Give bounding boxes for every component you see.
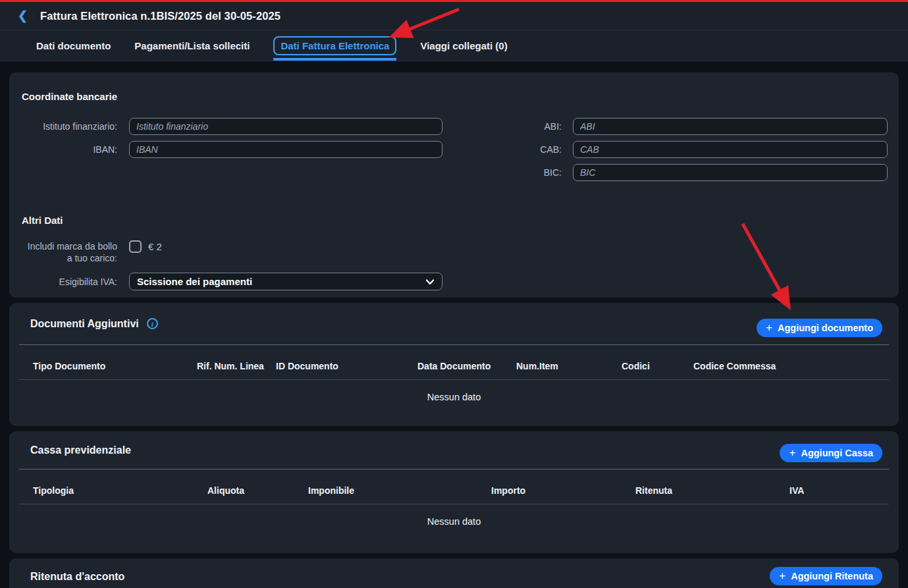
section-title-coordinate-bancarie: Coordinate bancarie	[22, 91, 888, 102]
documenti-table-header-row: Tipo Documento Rif. Num. Linea ID Docume…	[19, 345, 889, 379]
tab-viaggi-collegati[interactable]: Viaggi collegati (0)	[420, 30, 507, 61]
app-header: ❮ Fattura Elettronica n.1BIS/2025 del 30…	[0, 2, 908, 30]
tab-label: Pagamenti/Lista solleciti	[134, 40, 250, 51]
section-title-cassa-previdenziale: Cassa previdenziale	[30, 444, 131, 456]
field-row-esigibilita-iva: Esigibilita IVA: Scissione dei pagamenti	[22, 273, 888, 290]
bank-form-left-column: Istituto finanziario: IBAN:	[22, 118, 442, 187]
iban-input[interactable]	[129, 141, 442, 158]
column-header-num-item: Num.Item	[516, 361, 622, 371]
marca-da-bollo-label: Includi marca da bollo a tuo carico:	[22, 240, 117, 264]
column-header-tipo-documento: Tipo Documento	[33, 361, 197, 371]
info-icon[interactable]: i	[147, 318, 158, 329]
cab-label: CAB:	[522, 144, 562, 155]
bank-form-grid: Istituto finanziario: IBAN: ABI: CAB:	[22, 118, 888, 187]
column-header-iva: IVA	[789, 485, 889, 496]
field-row-marca-da-bollo: Includi marca da bollo a tuo carico: € 2	[22, 240, 888, 264]
column-header-rif-num-linea: Rif. Num. Linea	[197, 361, 276, 371]
add-cassa-button[interactable]: + Aggiungi Cassa	[780, 444, 882, 462]
tab-label: Dati Fattura Elettronica	[273, 36, 396, 55]
tab-bar: Dati documento Pagamenti/Lista solleciti…	[0, 30, 908, 61]
esigibilita-iva-select[interactable]: Scissione dei pagamenti	[129, 273, 442, 290]
plus-icon: +	[789, 447, 795, 458]
esigibilita-iva-label: Esigibilita IVA:	[22, 276, 117, 288]
bank-form-right-column: ABI: CAB: BIC:	[522, 118, 888, 187]
section-divider	[19, 469, 889, 469]
card-documenti-aggiuntivi: Documenti Aggiuntivi i + Aggiungi docume…	[9, 303, 899, 426]
column-header-imponibile: Imponibile	[308, 485, 491, 496]
card-ritenuta-acconto: Ritenuta d'acconto + Aggiungi Ritenuta	[9, 558, 899, 588]
column-header-importo: Importo	[491, 485, 635, 496]
bic-input[interactable]	[573, 164, 888, 181]
ritenuta-acconto-header: Ritenuta d'acconto	[9, 558, 899, 588]
section-title-altri-dati: Altri Dati	[22, 215, 888, 226]
add-document-button[interactable]: + Aggiungi documento	[757, 319, 882, 337]
column-header-ritenuta: Ritenuta	[635, 485, 789, 496]
plus-icon: +	[766, 322, 772, 333]
column-header-id-documento: ID Documento	[276, 361, 417, 371]
iban-label: IBAN:	[22, 144, 117, 155]
add-cassa-button-label: Aggiungi Cassa	[801, 448, 873, 458]
section-title-ritenuta-acconto: Ritenuta d'acconto	[30, 571, 124, 583]
tab-dati-fattura-elettronica[interactable]: Dati Fattura Elettronica	[273, 30, 396, 61]
bic-label: BIC:	[522, 167, 562, 178]
tab-dati-documento[interactable]: Dati documento	[36, 30, 111, 61]
column-header-tipologia: Tipologia	[33, 485, 207, 496]
abi-input[interactable]	[573, 118, 888, 135]
cassa-table-header-row: Tipologia Aliquota Imponibile Importo Ri…	[19, 469, 889, 504]
column-header-codici: Codici	[622, 361, 693, 371]
add-ritenuta-button[interactable]: + Aggiungi Ritenuta	[770, 567, 882, 585]
marca-da-bollo-checkbox[interactable]	[129, 240, 142, 253]
field-row-istituto: Istituto finanziario:	[22, 118, 442, 135]
add-document-button-label: Aggiungi documento	[778, 323, 873, 333]
column-header-aliquota: Aliquota	[207, 485, 308, 496]
field-row-bic: BIC:	[522, 164, 888, 181]
main-content: Coordinate bancarie Istituto finanziario…	[0, 61, 908, 588]
field-row-cab: CAB:	[522, 141, 888, 158]
column-header-data-documento: Data Documento	[417, 361, 516, 371]
page-title: Fattura Elettronica n.1BIS/2025 del 30-0…	[40, 10, 280, 22]
tab-label: Dati documento	[36, 40, 111, 51]
column-header-codice-commessa: Codice Commessa	[693, 361, 889, 371]
field-row-abi: ABI:	[522, 118, 888, 135]
section-divider	[19, 344, 889, 345]
istituto-finanziario-input[interactable]	[129, 118, 442, 135]
chevron-down-icon	[425, 277, 435, 286]
cassa-previdenziale-header: Cassa previdenziale	[9, 431, 899, 469]
esigibilita-iva-value: Scissione dei pagamenti	[137, 276, 425, 287]
marca-da-bollo-amount: € 2	[148, 241, 162, 252]
back-chevron-icon[interactable]: ❮	[18, 10, 32, 22]
abi-label: ABI:	[522, 120, 562, 132]
add-ritenuta-button-label: Aggiungi Ritenuta	[791, 571, 873, 581]
cassa-empty-state: Nessun dato	[9, 504, 899, 527]
cab-input[interactable]	[573, 141, 888, 158]
tab-pagamenti-lista-solleciti[interactable]: Pagamenti/Lista solleciti	[134, 30, 250, 61]
card-coordinate-bancarie: Coordinate bancarie Istituto finanziario…	[9, 72, 899, 298]
card-cassa-previdenziale: Cassa previdenziale + Aggiungi Cassa Tip…	[9, 431, 899, 553]
plus-icon: +	[779, 570, 786, 581]
documenti-empty-state: Nessun dato	[9, 380, 899, 402]
section-title-documenti-aggiuntivi: Documenti Aggiuntivi	[30, 318, 139, 330]
altri-dati-rows: Includi marca da bollo a tuo carico: € 2…	[22, 240, 888, 290]
tab-label: Viaggi collegati (0)	[420, 40, 507, 51]
istituto-label: Istituto finanziario:	[22, 120, 117, 132]
field-row-iban: IBAN:	[22, 141, 442, 158]
